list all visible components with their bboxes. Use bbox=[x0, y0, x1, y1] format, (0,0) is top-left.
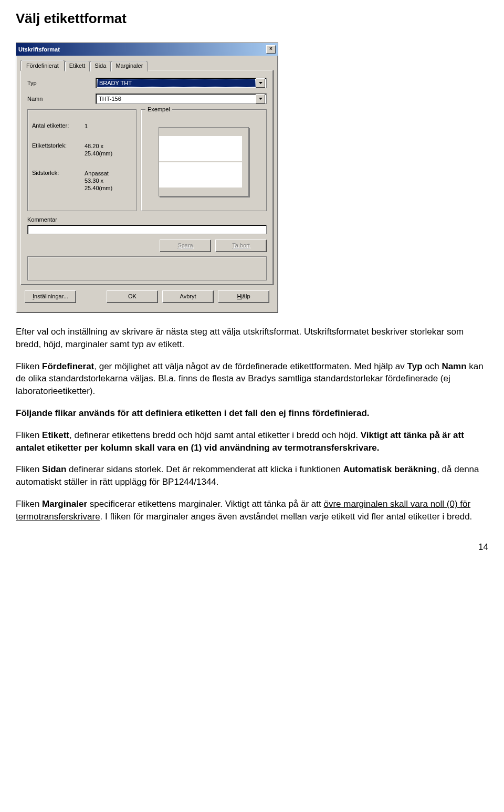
page-heading: Välj etikettformat bbox=[16, 11, 488, 27]
print-format-dialog: Utskriftsformat × Fördefinierat Etikett … bbox=[16, 43, 278, 313]
comment-label: Kommentar bbox=[27, 216, 267, 223]
tab-label[interactable]: Etikett bbox=[65, 61, 90, 71]
tab-panel-predefined: Typ BRADY THT Namn THT-156 bbox=[20, 70, 274, 285]
info-panel: Antal etiketter: 1 Etikettstorlek: 48.20… bbox=[27, 109, 136, 211]
dialog-title: Utskriftsformat bbox=[18, 46, 60, 53]
chevron-down-icon[interactable] bbox=[256, 94, 265, 103]
svg-marker-0 bbox=[259, 82, 262, 84]
cancel-button[interactable]: Avbryt bbox=[162, 290, 214, 303]
paragraph-5: Fliken Sidan definerar sidans storlek. D… bbox=[16, 463, 488, 488]
document-body: Efter val och inställning av skrivare är… bbox=[16, 326, 488, 523]
delete-button: Ta bort bbox=[215, 240, 267, 252]
settings-button[interactable]: Inställningar... bbox=[25, 290, 76, 303]
ok-button[interactable]: OK bbox=[107, 290, 158, 303]
tab-page[interactable]: Sida bbox=[90, 61, 111, 71]
help-button[interactable]: Hjälp bbox=[218, 290, 269, 303]
paragraph-2: Fliken Fördefinerat, ger möjlighet att v… bbox=[16, 360, 488, 398]
tab-margins[interactable]: Marginaler bbox=[111, 61, 148, 71]
dialog-titlebar: Utskriftsformat × bbox=[16, 43, 278, 56]
paragraph-3: Följande flikar används för att definier… bbox=[16, 407, 488, 420]
label-preview bbox=[145, 117, 262, 206]
page-size-value: Anpassat 53.30 x 25.40(mm) bbox=[85, 170, 112, 192]
label-size-key: Etikettstorlek: bbox=[32, 142, 85, 157]
tabs-row: Fördefinierat Etikett Sida Marginaler bbox=[20, 60, 274, 70]
name-label: Namn bbox=[27, 96, 96, 102]
tab-predefined[interactable]: Fördefinierat bbox=[20, 60, 65, 71]
label-count-key: Antal etiketter: bbox=[32, 122, 85, 130]
page-size-key: Sidstorlek: bbox=[32, 170, 85, 192]
preview-graphic bbox=[159, 127, 249, 196]
paragraph-6: Fliken Marginaler specificerar etiketten… bbox=[16, 498, 488, 523]
paragraph-1: Efter val och inställning av skrivare är… bbox=[16, 326, 488, 351]
type-combobox[interactable]: BRADY THT bbox=[96, 78, 267, 88]
comment-input[interactable] bbox=[27, 225, 267, 234]
lower-groupbox bbox=[27, 256, 267, 280]
label-size-value: 48.20 x 25.40(mm) bbox=[85, 142, 112, 157]
settings-button-label: Inställningar... bbox=[33, 293, 68, 299]
help-button-label: Hjälp bbox=[237, 293, 250, 299]
type-label: Typ bbox=[27, 80, 96, 86]
name-value: THT-156 bbox=[97, 95, 256, 102]
example-panel: Exempel bbox=[141, 109, 267, 211]
example-legend: Exempel bbox=[145, 106, 172, 112]
page-number: 14 bbox=[16, 542, 488, 553]
paragraph-4: Fliken Etikett, definerar etikettens bre… bbox=[16, 429, 488, 454]
save-button: Spara bbox=[160, 240, 211, 252]
svg-marker-1 bbox=[259, 98, 262, 100]
close-button[interactable]: × bbox=[266, 45, 276, 54]
name-combobox[interactable]: THT-156 bbox=[96, 93, 267, 104]
chevron-down-icon[interactable] bbox=[256, 78, 265, 88]
type-value: BRADY THT bbox=[97, 79, 256, 87]
label-count-value: 1 bbox=[85, 122, 88, 130]
